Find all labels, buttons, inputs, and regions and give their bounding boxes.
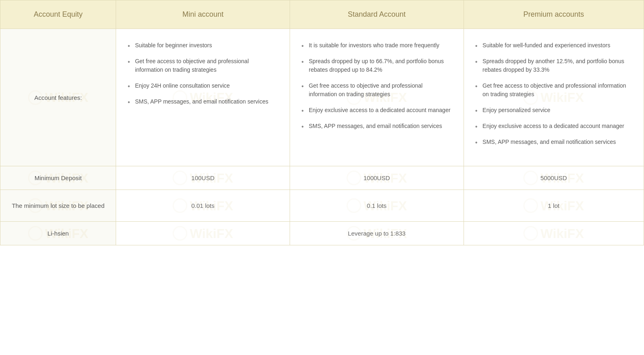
footer-label: WikiFX Li-hsien bbox=[0, 222, 116, 245]
list-item: Spreads dropped by up to 66.7%, and port… bbox=[301, 57, 452, 74]
list-item: SMS, APP messages, and email notificatio… bbox=[301, 122, 452, 130]
header-premium: Premium accounts bbox=[464, 0, 644, 29]
min-lot-label: WikiFX The minimum lot size to be placed bbox=[0, 190, 116, 222]
list-item: Suitable for well-funded and experienced… bbox=[475, 41, 632, 50]
header-equity: Account Equity bbox=[0, 0, 116, 29]
features-standard: WikiFX It is suitable for investors who … bbox=[290, 29, 464, 166]
list-item: Spreads dropped by another 12.5%, and po… bbox=[475, 57, 632, 74]
footer-premium-empty: WikiFX bbox=[464, 222, 644, 245]
features-label: WikiFX Account features: bbox=[0, 29, 116, 166]
header-mini: Mini account bbox=[116, 0, 290, 29]
footer-standard-note: WikiFX Leverage up to 1:833 bbox=[290, 222, 464, 245]
list-item: Get free access to objective and profess… bbox=[475, 82, 632, 99]
list-item: Enjoy exclusive access to a dedicated ac… bbox=[301, 106, 452, 115]
list-item: Enjoy personalized service bbox=[475, 106, 632, 115]
features-premium: WikiFX Suitable for well-funded and expe… bbox=[464, 29, 644, 166]
features-mini: WikiFX Suitable for beginner investorsGe… bbox=[116, 29, 290, 166]
footer-mini-empty: WikiFX bbox=[116, 222, 290, 245]
min-lot-row: WikiFX The minimum lot size to be placed… bbox=[0, 190, 644, 222]
min-deposit-row: WikiFX Minimum Deposit WikiFX 100USD Wik… bbox=[0, 166, 644, 190]
min-deposit-standard: WikiFX 1000USD bbox=[290, 166, 464, 190]
min-lot-premium: WikiFX 1 lot bbox=[464, 190, 644, 222]
list-item: SMS, APP messages, and email notificatio… bbox=[127, 97, 278, 106]
list-item: Enjoy 24H online consultation service bbox=[127, 82, 278, 90]
list-item: Enjoy exclusive access to a dedicated ac… bbox=[475, 122, 632, 130]
min-lot-standard: WikiFX 0.1 lots bbox=[290, 190, 464, 222]
list-item: Suitable for beginner investors bbox=[127, 41, 278, 50]
footer-row: WikiFX Li-hsien WikiFX WikiFX Leverage bbox=[0, 222, 644, 245]
min-deposit-mini: WikiFX 100USD bbox=[116, 166, 290, 190]
list-item: SMS, APP messages, and email notificatio… bbox=[475, 138, 632, 146]
min-deposit-premium: WikiFX 5000USD bbox=[464, 166, 644, 190]
min-deposit-label: WikiFX Minimum Deposit bbox=[0, 166, 116, 190]
list-item: Get free access to objective and profess… bbox=[127, 57, 278, 74]
min-lot-mini: WikiFX 0.01 lots bbox=[116, 190, 290, 222]
features-row: WikiFX Account features: WikiFX Suitable… bbox=[0, 29, 644, 166]
header-standard: Standard Account bbox=[290, 0, 464, 29]
list-item: It is suitable for investors who trade m… bbox=[301, 41, 452, 50]
list-item: Get free access to objective and profess… bbox=[301, 82, 452, 99]
